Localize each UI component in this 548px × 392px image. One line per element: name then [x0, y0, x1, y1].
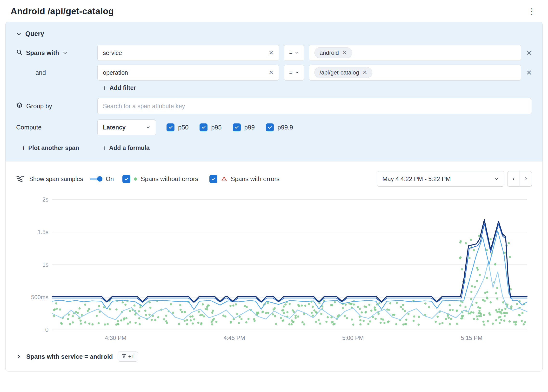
svg-text:500ms: 500ms — [31, 294, 49, 300]
page-header: Android /api/get-catalog ⋮ — [0, 0, 548, 22]
spans-with-errors-checkbox[interactable]: Spans with errors — [209, 175, 279, 183]
toggle-state-label: On — [106, 175, 114, 182]
remove-filter-row-icon[interactable]: ✕ — [526, 49, 532, 57]
filter-operator-select[interactable]: = — [284, 45, 304, 61]
percentile-label: p95 — [211, 124, 222, 131]
filter-value-field[interactable]: android ✕ — [309, 45, 521, 61]
checkbox-checked-icon — [166, 123, 174, 131]
layers-icon — [16, 102, 23, 110]
span-samples-icon — [16, 175, 24, 182]
checkbox-checked-icon — [122, 175, 130, 183]
filter-key-field: ✕ — [97, 45, 279, 61]
spans-with-dropdown[interactable]: Spans with — [16, 49, 97, 57]
funnel-icon — [122, 353, 126, 360]
plus-icon: + — [21, 145, 25, 151]
result-summary-label[interactable]: Spans with service = android — [26, 353, 113, 360]
compute-label: Compute — [16, 124, 42, 131]
svg-text:2s: 2s — [42, 196, 49, 203]
latency-chart-wrapper: 2s1.5s1s500ms04:30 PM4:45 PM5:00 PM5:15 … — [16, 195, 532, 342]
extra-filters-badge[interactable]: +1 — [118, 351, 138, 362]
plot-another-span-button[interactable]: + Plot another span — [21, 144, 79, 151]
result-summary-row: Spans with service = android +1 — [6, 349, 542, 371]
checkbox-checked-icon — [200, 123, 208, 131]
date-range-value: May 4 4:22 PM - 5:22 PM — [382, 175, 451, 182]
query-section-toggle[interactable]: Query — [16, 30, 532, 38]
filter-key-input[interactable] — [103, 69, 252, 76]
chart-controls-row: Show span samples On Spans without error… — [16, 171, 532, 187]
percentile-checkbox-p99-9[interactable]: p99.9 — [266, 123, 293, 131]
page-title: Android /api/get-catalog — [11, 6, 114, 16]
remove-filter-row-icon[interactable]: ✕ — [526, 69, 532, 77]
add-filter-label: Add filter — [109, 84, 136, 91]
date-range-select[interactable]: May 4 4:22 PM - 5:22 PM — [377, 171, 504, 187]
clear-key-icon[interactable]: ✕ — [269, 70, 274, 76]
chevron-down-icon — [295, 51, 299, 55]
group-by-label: Group by — [26, 102, 52, 110]
operator-value: = — [289, 49, 292, 56]
error-warning-triangle-icon — [221, 176, 227, 182]
filter-conjunction: and — [16, 69, 97, 77]
checkbox-checked-icon — [209, 175, 217, 183]
filter-key-field: ✕ — [97, 65, 279, 81]
svg-text:1s: 1s — [42, 261, 49, 268]
chevron-right-icon[interactable] — [16, 354, 21, 359]
percentile-label: p99.9 — [277, 124, 293, 131]
svg-text:0: 0 — [45, 326, 49, 333]
svg-text:1.5s: 1.5s — [38, 229, 49, 235]
add-filter-row: + Add filter — [103, 84, 532, 91]
add-formula-label: Add a formula — [109, 144, 150, 151]
visualization-section: Show span samples On Spans without error… — [6, 161, 542, 349]
filter-row: Spans with ✕ = android — [16, 45, 532, 61]
spans-with-errors-label: Spans with errors — [231, 175, 279, 183]
chevron-down-icon — [494, 176, 499, 181]
tag-text: /api/get-catalog — [319, 69, 359, 76]
remove-tag-icon[interactable]: ✕ — [342, 50, 347, 56]
checkbox-checked-icon — [266, 123, 274, 131]
filter-row: and ✕ = /api/get-catalog ✕ — [16, 65, 532, 81]
remove-tag-icon[interactable]: ✕ — [362, 70, 367, 76]
compute-row: Compute Latency p50 — [16, 119, 532, 135]
percentile-checkbox-p50[interactable]: p50 — [166, 123, 188, 131]
query-section-label: Query — [25, 30, 44, 38]
operator-value: = — [289, 69, 292, 76]
latency-chart[interactable]: 2s1.5s1s500ms04:30 PM4:45 PM5:00 PM5:15 … — [16, 195, 532, 342]
group-by-input[interactable] — [103, 103, 526, 110]
ok-sample-dot-icon — [134, 177, 137, 181]
group-by-labelbox: Group by — [16, 102, 97, 110]
span-samples-toggle[interactable] — [90, 175, 102, 182]
metric-select[interactable]: Latency — [97, 119, 156, 135]
chevron-down-icon — [295, 71, 299, 75]
tag-text: android — [319, 49, 339, 56]
plus-icon: + — [102, 145, 106, 151]
svg-text:5:00 PM: 5:00 PM — [342, 335, 364, 341]
percentile-label: p50 — [178, 124, 188, 131]
plus-icon: + — [103, 85, 106, 91]
percentile-label: p99 — [244, 124, 255, 131]
search-icon — [16, 49, 22, 57]
chevron-down-icon — [146, 125, 150, 129]
percentile-checkbox-p99[interactable]: p99 — [233, 123, 255, 131]
previous-window-button[interactable] — [507, 171, 520, 186]
and-label: and — [16, 69, 46, 77]
filter-operator-select[interactable]: = — [284, 65, 304, 81]
add-formula-button[interactable]: + Add a formula — [102, 144, 150, 151]
metric-value: Latency — [103, 124, 125, 131]
percentile-checkbox-p95[interactable]: p95 — [200, 123, 222, 131]
checkbox-checked-icon — [233, 123, 241, 131]
svg-text:4:30 PM: 4:30 PM — [105, 335, 126, 341]
query-panel: Query Spans with ✕ = — [6, 22, 542, 161]
spans-without-errors-label: Spans without errors — [141, 175, 198, 183]
next-window-button[interactable] — [520, 171, 532, 186]
svg-text:5:15 PM: 5:15 PM — [461, 335, 482, 341]
add-filter-button[interactable]: + Add filter — [103, 84, 136, 91]
chart-controls-left: Show span samples On Spans without error… — [16, 175, 377, 183]
filter-value-field[interactable]: /api/get-catalog ✕ — [309, 65, 521, 81]
plot-another-span-label: Plot another span — [28, 144, 79, 151]
spans-without-errors-checkbox[interactable]: Spans without errors — [122, 175, 198, 183]
kebab-menu-icon[interactable]: ⋮ — [525, 6, 538, 16]
time-pager — [507, 171, 532, 187]
filter-value-tag: android ✕ — [314, 47, 352, 58]
spans-with-label: Spans with — [26, 49, 59, 57]
filter-key-input[interactable] — [103, 49, 252, 56]
clear-key-icon[interactable]: ✕ — [269, 50, 274, 56]
